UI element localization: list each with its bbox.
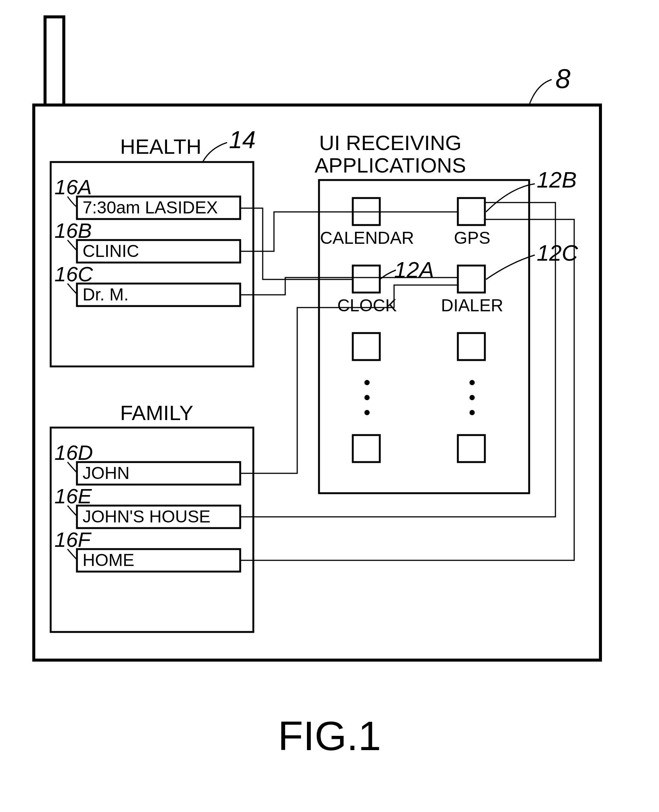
ref-12B: 12B bbox=[537, 167, 577, 192]
ref-12A: 12A bbox=[394, 257, 434, 282]
app-gps-icon[interactable] bbox=[458, 198, 485, 225]
device-body bbox=[34, 105, 601, 660]
family-item-d-text: JOHN bbox=[82, 463, 129, 483]
ref-16F: 16F bbox=[54, 528, 91, 551]
ref-16A: 16A bbox=[54, 175, 92, 199]
leader-14 bbox=[203, 143, 227, 162]
dot bbox=[364, 410, 370, 415]
figure-caption: FIG.1 bbox=[278, 713, 381, 759]
app-blank-3r-icon[interactable] bbox=[458, 333, 485, 360]
app-calendar-label: CALENDAR bbox=[320, 228, 414, 247]
app-blank-3l-icon[interactable] bbox=[353, 333, 380, 360]
dot bbox=[470, 410, 475, 415]
apps-panel bbox=[319, 180, 529, 493]
apps-title-1: UI RECEIVING bbox=[319, 131, 462, 154]
family-item-f-text: HOME bbox=[82, 550, 134, 570]
dot bbox=[470, 380, 475, 385]
dot bbox=[364, 380, 370, 385]
ref-12C: 12C bbox=[537, 241, 578, 266]
app-blank-4l-icon[interactable] bbox=[353, 435, 380, 462]
health-title: HEALTH bbox=[120, 135, 202, 158]
app-dialer-label: DIALER bbox=[441, 296, 503, 315]
dot bbox=[470, 395, 475, 400]
app-clock-label: CLOCK bbox=[337, 296, 397, 315]
family-title: FAMILY bbox=[120, 401, 193, 425]
ref-16D: 16D bbox=[54, 441, 93, 464]
leader-8 bbox=[529, 80, 552, 105]
dot bbox=[364, 395, 370, 400]
leader-12C bbox=[486, 255, 535, 279]
ref-16B: 16B bbox=[54, 219, 92, 242]
ref-14: 14 bbox=[229, 126, 255, 153]
wire-16E bbox=[240, 203, 555, 517]
app-clock-icon[interactable] bbox=[353, 266, 380, 293]
apps-title-2: APPLICATIONS bbox=[314, 153, 466, 177]
app-dialer-icon[interactable] bbox=[458, 266, 485, 293]
leader-12B bbox=[486, 184, 535, 212]
app-gps-label: GPS bbox=[454, 228, 490, 247]
ref-16C: 16C bbox=[54, 262, 93, 286]
health-item-c-text: Dr. M. bbox=[82, 285, 129, 304]
family-item-e-text: JOHN'S HOUSE bbox=[82, 507, 211, 526]
antenna bbox=[45, 17, 64, 105]
health-item-a-text: 7:30am LASIDEX bbox=[82, 198, 218, 217]
health-item-b-text: CLINIC bbox=[82, 241, 139, 261]
ref-16E: 16E bbox=[54, 484, 92, 508]
ref-8: 8 bbox=[555, 64, 571, 94]
app-blank-4r-icon[interactable] bbox=[458, 435, 485, 462]
